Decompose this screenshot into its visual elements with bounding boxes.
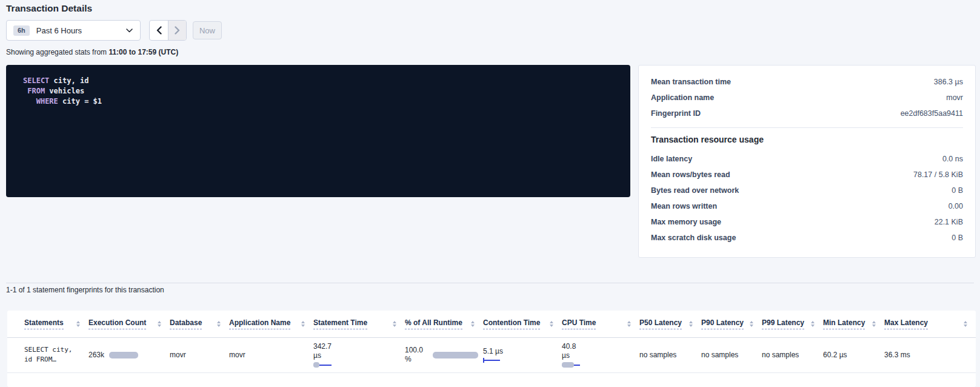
column-header-p99-latency[interactable]: P99 Latency (762, 311, 823, 337)
statement-fingerprints-count: 1-1 of 1 statement fingerprints for this… (6, 286, 164, 294)
p50-latency-value: no samples (639, 351, 676, 359)
statements-table-card: Statements Execution Count Database Appl… (7, 311, 976, 387)
p99-latency-cell: no samples (762, 337, 823, 372)
execution-count-bar (109, 352, 138, 358)
panel-row-value: ee2df683f5aa9411 (901, 109, 963, 118)
column-header-application-name[interactable]: Application Name (229, 311, 313, 337)
pct-of-all-runtime-cell: 100.0 % (405, 337, 483, 372)
panel-row-label: Max scratch disk usage (651, 234, 736, 242)
sort-icon[interactable] (627, 321, 631, 327)
time-range-dropdown[interactable]: 6h Past 6 Hours (6, 20, 141, 41)
sort-icon[interactable] (76, 321, 80, 327)
sort-icon[interactable] (393, 321, 396, 327)
sort-icon[interactable] (217, 321, 221, 327)
panel-row-label: Bytes read over network (651, 186, 739, 195)
pct-of-all-runtime-bar (433, 352, 478, 358)
column-header-statement-time[interactable]: Statement Time (313, 311, 405, 337)
sort-icon[interactable] (964, 321, 967, 327)
panel-row-value: 0.0 ns (942, 155, 963, 163)
column-header-min-latency[interactable]: Min Latency (823, 311, 884, 337)
statements-table: Statements Execution Count Database Appl… (7, 311, 976, 373)
sort-icon[interactable] (550, 321, 553, 327)
aggregated-stats-range: 11:00 to 17:59 (UTC) (108, 48, 178, 56)
panel-row-value: 22.1 KiB (935, 218, 963, 226)
panel-row-label: Fingerprint ID (651, 109, 701, 118)
contention-time-value: 5.1 µs (483, 347, 508, 355)
stddev-line (483, 360, 500, 361)
statement-cell[interactable]: SELECT city, id FROM… (7, 337, 88, 372)
sort-icon[interactable] (811, 321, 815, 327)
database-cell: movr (170, 337, 229, 372)
sort-icon[interactable] (471, 321, 475, 327)
statement-time-bar (313, 362, 335, 368)
panel-row-value: movr (946, 93, 963, 102)
execution-count-value: 263k (88, 351, 104, 359)
column-header-p90-latency[interactable]: P90 Latency (701, 311, 762, 337)
panel-row-max-scratch-disk-usage: Max scratch disk usage 0 B (651, 230, 963, 246)
panel-row-bytes-read-over-network: Bytes read over network 0 B (651, 183, 963, 198)
p90-latency-value: no samples (701, 351, 738, 359)
sort-icon[interactable] (689, 321, 693, 327)
contention-time-bar (483, 358, 508, 363)
column-header-execution-count[interactable]: Execution Count (88, 311, 170, 337)
panel-row-value: 0.00 (948, 202, 963, 210)
panel-row-value: 386.3 µs (934, 78, 963, 86)
sort-icon[interactable] (872, 321, 876, 327)
panel-row-mean-rows-bytes-read: Mean rows/bytes read 78.17 / 5.8 KiB (651, 167, 963, 183)
table-header-row: Statements Execution Count Database Appl… (7, 311, 976, 337)
section-divider (6, 283, 974, 283)
panel-row-idle-latency: Idle latency 0.0 ns (651, 151, 963, 167)
time-range-nav (149, 20, 187, 41)
p90-latency-cell: no samples (701, 337, 762, 372)
panel-row-label: Mean rows/bytes read (651, 170, 730, 179)
min-latency-value: 60.2 µs (823, 351, 847, 359)
next-time-range-button[interactable] (168, 21, 186, 40)
panel-row-fingerprint-id: Fingerprint ID ee2df683f5aa9411 (651, 106, 963, 121)
sort-icon[interactable] (158, 321, 161, 327)
panel-row-label: Idle latency (651, 155, 692, 163)
transaction-details-panel: Mean transaction time 386.3 µs Applicati… (638, 65, 976, 258)
sql-statement-text: SELECT city, id FROM vehicles WHERE city… (23, 76, 618, 107)
application-name-value: movr (229, 351, 245, 359)
statement-time-value: 342.7 µs (313, 342, 335, 360)
panel-row-label: Mean rows written (651, 202, 717, 210)
sort-icon[interactable] (750, 321, 753, 327)
application-name-cell: movr (229, 337, 313, 372)
max-latency-cell: 36.3 ms (884, 337, 976, 372)
panel-row-value: 0 B (952, 234, 963, 242)
resource-usage-section-title: Transaction resource usage (651, 135, 963, 144)
panel-row-label: Mean transaction time (651, 78, 731, 86)
mean-bar (562, 362, 574, 368)
column-header-contention-time[interactable]: Contention Time (483, 311, 562, 337)
now-button[interactable]: Now (193, 21, 222, 39)
p99-latency-value: no samples (762, 351, 799, 359)
prev-time-range-button[interactable] (150, 21, 168, 40)
panel-row-max-memory-usage: Max memory usage 22.1 KiB (651, 214, 963, 230)
min-latency-cell: 60.2 µs (823, 337, 884, 372)
column-header-max-latency[interactable]: Max Latency (884, 311, 976, 337)
transaction-sql-box: SELECT city, id FROM vehicles WHERE city… (6, 65, 630, 197)
mean-bar (313, 362, 319, 368)
page-title: Transaction Details (6, 3, 92, 14)
aggregated-stats-summary: Showing aggregated stats from 11:00 to 1… (6, 48, 178, 56)
column-header-cpu-time[interactable]: CPU Time (562, 311, 639, 337)
cpu-time-bar (562, 362, 584, 368)
column-header-statements[interactable]: Statements (7, 311, 88, 337)
cpu-time-value: 40.8 µs (562, 342, 584, 360)
panel-row-value: 78.17 / 5.8 KiB (913, 170, 963, 179)
panel-divider (651, 127, 963, 128)
panel-row-label: Max memory usage (651, 218, 721, 226)
sort-icon[interactable] (301, 321, 305, 327)
execution-count-cell: 263k (88, 337, 170, 372)
contention-time-cell: 5.1 µs (483, 337, 562, 372)
column-header-pct-of-all-runtime[interactable]: % of All Runtime (405, 311, 483, 337)
time-range-label: Past 6 Hours (36, 26, 82, 35)
stddev-tick (483, 358, 484, 363)
column-header-p50-latency[interactable]: P50 Latency (639, 311, 701, 337)
cpu-time-cell: 40.8 µs (562, 337, 639, 372)
statement-link[interactable]: SELECT city, id FROM… (24, 345, 88, 365)
panel-row-mean-transaction-time: Mean transaction time 386.3 µs (651, 74, 963, 90)
aggregated-stats-prefix: Showing aggregated stats from (6, 48, 108, 56)
column-header-database[interactable]: Database (170, 311, 229, 337)
panel-row-label: Application name (651, 93, 714, 102)
